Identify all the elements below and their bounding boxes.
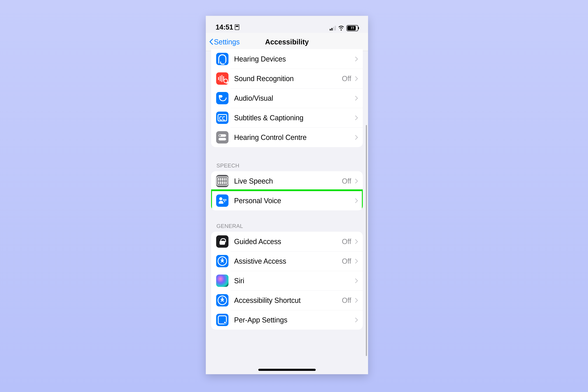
chevron-right-icon — [354, 135, 357, 140]
cellular-icon — [330, 26, 336, 30]
chevron-right-icon — [354, 56, 357, 62]
row-subtitles-captioning[interactable]: Subtitles & Captioning — [211, 108, 363, 128]
back-label: Settings — [214, 38, 240, 46]
group-hearing: Hearing Devices Sound Recognition Off Au… — [211, 49, 363, 147]
row-hearing-control-centre[interactable]: Hearing Control Centre — [211, 128, 363, 147]
row-per-app-settings[interactable]: Per-App Settings — [211, 310, 363, 330]
home-indicator[interactable] — [258, 369, 316, 371]
group-general: Guided Access Off Assistive Access Off S… — [211, 232, 363, 330]
accessibility-icon — [216, 255, 228, 267]
group-header-speech: SPEECH — [206, 162, 368, 171]
chevron-right-icon — [354, 96, 357, 101]
chevron-right-icon — [354, 278, 357, 283]
row-assistive-access[interactable]: Assistive Access Off — [211, 251, 363, 271]
row-siri[interactable]: Siri — [211, 271, 363, 290]
sim-card-icon — [235, 24, 239, 30]
captions-icon — [216, 112, 228, 124]
row-value: Off — [342, 74, 351, 83]
page-title: Accessibility — [265, 38, 309, 46]
row-live-speech[interactable]: Live Speech Off — [211, 171, 363, 191]
lock-icon — [216, 235, 228, 248]
row-label: Subtitles & Captioning — [234, 114, 354, 122]
nav-bar: Settings Accessibility — [206, 33, 368, 51]
back-button[interactable]: Settings — [209, 33, 240, 51]
row-label: Live Speech — [234, 177, 342, 185]
scrollbar-indicator — [366, 125, 367, 356]
chevron-right-icon — [354, 76, 357, 81]
ear-icon — [216, 53, 228, 65]
chevron-right-icon — [354, 115, 357, 120]
group-speech: Live Speech Off Personal Voice — [211, 171, 363, 210]
row-label: Per-App Settings — [234, 316, 354, 324]
personal-voice-icon — [216, 194, 228, 207]
chevron-right-icon — [354, 298, 357, 303]
row-sound-recognition[interactable]: Sound Recognition Off — [211, 69, 363, 88]
row-hearing-devices[interactable]: Hearing Devices — [211, 49, 363, 69]
row-value: Off — [342, 177, 351, 185]
row-audio-visual[interactable]: Audio/Visual — [211, 88, 363, 108]
row-value: Off — [342, 238, 351, 246]
status-time: 14:51 — [216, 23, 239, 31]
screen: 14:51 77 Settings Accessibility Hearing … — [206, 16, 368, 374]
accessibility-icon — [216, 294, 228, 306]
chevron-left-icon — [209, 39, 213, 45]
chevron-right-icon — [354, 198, 357, 203]
battery-pct: 77 — [350, 26, 354, 30]
chevron-right-icon — [354, 258, 357, 264]
clock-text: 14:51 — [216, 23, 233, 31]
settings-scroll[interactable]: Hearing Devices Sound Recognition Off Au… — [206, 49, 368, 374]
status-bar: 14:51 77 — [206, 16, 368, 33]
group-header-general: GENERAL — [206, 223, 368, 232]
wifi-icon — [338, 26, 344, 30]
row-label: Personal Voice — [234, 196, 354, 205]
row-label: Accessibility Shortcut — [234, 296, 342, 304]
row-label: Audio/Visual — [234, 94, 354, 102]
app-settings-icon — [216, 314, 228, 326]
row-personal-voice[interactable]: Personal Voice — [211, 191, 363, 210]
row-value: Off — [342, 257, 351, 265]
row-value: Off — [342, 296, 351, 304]
row-label: Sound Recognition — [234, 74, 342, 83]
chevron-right-icon — [354, 239, 357, 244]
battery-icon: 77 — [346, 25, 358, 31]
row-accessibility-shortcut[interactable]: Accessibility Shortcut Off — [211, 290, 363, 310]
row-guided-access[interactable]: Guided Access Off — [211, 232, 363, 251]
toggles-icon — [216, 131, 228, 144]
sound-recognition-icon — [216, 72, 228, 85]
row-label: Guided Access — [234, 238, 342, 246]
row-label: Hearing Control Centre — [234, 133, 354, 142]
siri-icon — [216, 274, 228, 287]
keyboard-icon — [216, 175, 228, 187]
audio-visual-icon — [216, 92, 228, 104]
row-label: Siri — [234, 277, 354, 285]
row-label: Hearing Devices — [234, 55, 354, 63]
row-label: Assistive Access — [234, 257, 342, 265]
chevron-right-icon — [354, 318, 357, 322]
phone-frame: 14:51 77 Settings Accessibility Hearing … — [206, 16, 368, 374]
chevron-right-icon — [354, 178, 357, 184]
